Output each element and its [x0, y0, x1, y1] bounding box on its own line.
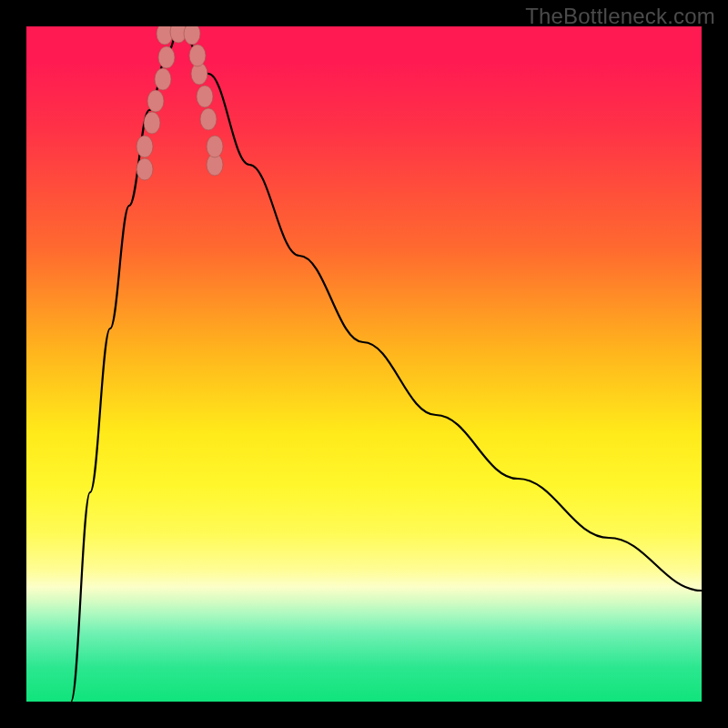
data-marker	[155, 68, 171, 90]
data-marker	[189, 45, 206, 66]
data-marker	[207, 136, 223, 157]
data-marker	[147, 90, 164, 112]
chart-svg	[26, 26, 702, 702]
marker-group	[136, 26, 223, 180]
data-marker	[200, 108, 217, 130]
curve-left-branch	[71, 26, 179, 702]
curve-right-branch	[179, 26, 702, 591]
data-marker	[197, 86, 213, 107]
data-marker	[136, 158, 153, 180]
plot-area	[26, 26, 702, 702]
watermark-text: TheBottleneck.com	[525, 4, 715, 29]
data-marker	[184, 26, 200, 45]
data-marker	[144, 112, 160, 134]
data-marker	[136, 136, 153, 157]
data-marker	[158, 46, 175, 68]
outer-frame: TheBottleneck.com	[0, 0, 728, 728]
